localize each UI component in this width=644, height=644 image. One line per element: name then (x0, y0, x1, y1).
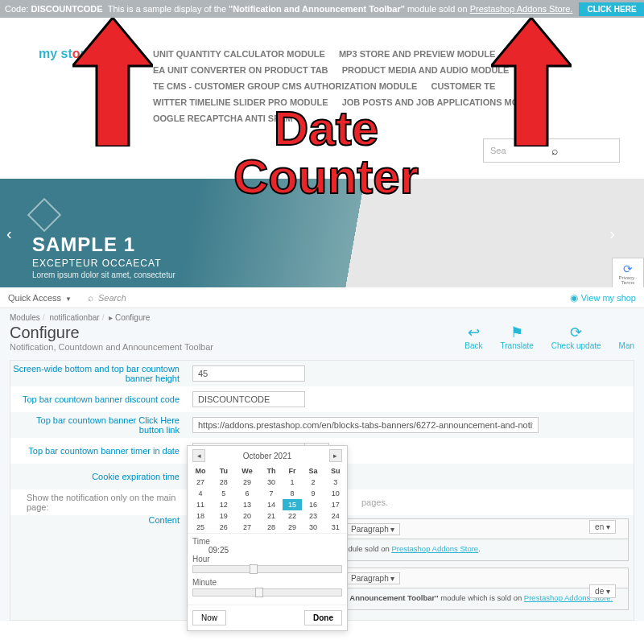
search-placeholder: Sea (490, 146, 551, 155)
para-label: Paragraph (351, 525, 389, 534)
hour-slider[interactable] (192, 565, 342, 573)
menu-item[interactable]: TE CMS - CUSTOMER GROUP CMS AUTHORIZATIO… (153, 81, 417, 91)
field-label: Top bar countown banner discount code (10, 394, 188, 404)
translate-button[interactable]: ⚑Translate (501, 324, 534, 350)
lang-label: de (595, 587, 604, 596)
datepicker-day[interactable]: 29 (234, 477, 261, 488)
discount-code-input[interactable] (192, 391, 305, 407)
done-button[interactable]: Done (304, 610, 342, 625)
datepicker-day[interactable]: 30 (260, 477, 282, 488)
menu-item[interactable]: PRODUCT MEDIA AND AUDIO MODULE (342, 65, 510, 75)
datepicker-day[interactable]: 4 (188, 488, 213, 499)
field-label: Cookie expiration time (10, 472, 188, 481)
datepicker-day[interactable]: 31 (324, 522, 347, 533)
minute-slider[interactable] (192, 588, 342, 597)
datepicker-day[interactable]: 14 (260, 499, 282, 510)
datepicker-day[interactable]: 15 (283, 499, 303, 510)
datepicker-day[interactable]: 10 (324, 488, 347, 499)
prev-month-button[interactable]: ◂ (192, 449, 205, 462)
datepicker-day[interactable]: 3 (324, 477, 347, 488)
admin-search-input[interactable]: Search (98, 293, 126, 303)
annotation-line: Date (233, 105, 419, 153)
eye-icon: ◉ (570, 292, 578, 303)
datepicker-day[interactable]: 27 (234, 522, 261, 533)
language-selector[interactable]: de ▾ (589, 584, 616, 598)
datepicker-day[interactable]: 5 (213, 488, 233, 499)
datepicker-day[interactable]: 26 (213, 522, 233, 533)
page-subtitle: Notification, Countdown and Announcement… (10, 342, 213, 352)
datepicker-day[interactable]: 17 (324, 499, 347, 510)
datepicker-day[interactable]: 2 (302, 477, 324, 488)
datepicker-day[interactable]: 21 (260, 510, 282, 522)
datepicker-day[interactable]: 19 (213, 510, 233, 522)
addons-link[interactable]: Prestashop Addons Store. (470, 4, 573, 14)
code-label: Code: (5, 4, 28, 14)
datepicker-day[interactable]: 28 (260, 522, 282, 533)
quick-access-dropdown[interactable]: Quick Access ▼ (8, 293, 72, 303)
datepicker-day[interactable]: 29 (283, 522, 303, 533)
back-icon: ↩ (468, 324, 480, 341)
datepicker-day[interactable]: 18 (188, 510, 213, 522)
datepicker-month: October 2021 (243, 452, 292, 460)
msg-prefix: This is a sample display of the (108, 4, 229, 14)
datepicker-day[interactable]: 7 (260, 488, 282, 499)
dow-header: Th (260, 465, 282, 477)
page-header: Configure Notification, Countdown and An… (0, 322, 644, 360)
qa-label: Quick Access (8, 293, 61, 303)
breadcrumb-item[interactable]: Modules (10, 313, 40, 322)
code-value: DISCOUNTCODE (31, 4, 102, 14)
manage-button[interactable]: ⚙Man (619, 324, 634, 350)
datepicker-day[interactable]: 8 (283, 488, 303, 499)
datepicker-day[interactable]: 13 (234, 499, 261, 510)
hero-next-icon[interactable]: › (609, 224, 615, 242)
next-month-button[interactable]: ▸ (329, 449, 342, 462)
dow-header: Mo (188, 465, 213, 477)
menu-item[interactable]: UNIT QUANTITY CALCULATOR MODULE (153, 49, 325, 59)
svg-marker-0 (72, 18, 153, 147)
check-update-button[interactable]: ⟳Check update (551, 324, 601, 350)
datepicker-day[interactable]: 1 (283, 477, 303, 488)
hero-lorem: Lorem ipsum dolor sit amet, consectetur (32, 270, 175, 279)
menu-item[interactable]: MP3 STORE AND PREVIEW MODULE (339, 49, 495, 59)
hero-subtitle: EXCEPTEUR OCCAECAT (32, 258, 175, 269)
svg-marker-1 (491, 18, 572, 147)
height-input[interactable] (192, 365, 305, 382)
datepicker-grid: MoTuWeThFrSaSu 2728293012345678910111213… (188, 465, 347, 533)
page-title: Configure (10, 324, 213, 342)
datepicker-day[interactable]: 20 (234, 510, 261, 522)
para-label: Paragraph (351, 574, 389, 583)
datepicker-day[interactable]: 24 (324, 510, 347, 522)
datepicker-day[interactable]: 6 (234, 488, 261, 499)
link-input[interactable] (192, 417, 539, 433)
dow-header: Sa (302, 465, 324, 477)
recaptcha-badge[interactable]: ⟳ Privacy · Terms (612, 258, 644, 290)
search-icon[interactable]: ⌕ (88, 292, 93, 303)
datepicker-day[interactable]: 12 (213, 499, 233, 510)
click-here-button[interactable]: CLICK HERE (579, 2, 644, 16)
recaptcha-icon: ⟳ (613, 262, 643, 275)
breadcrumb-item: Configure (115, 313, 150, 322)
datepicker-day[interactable]: 23 (302, 510, 324, 522)
datepicker-day[interactable]: 27 (188, 477, 213, 488)
datepicker-day[interactable]: 16 (302, 499, 324, 510)
menu-item[interactable]: CUSTOMER TE (431, 81, 495, 91)
back-button[interactable]: ↩Back (464, 324, 482, 350)
datepicker-popup: ◂ October 2021 ▸ MoTuWeThFrSaSu 27282930… (187, 445, 348, 631)
paragraph-dropdown[interactable]: Paragraph ▾ (345, 572, 400, 584)
logo-part: my (39, 47, 57, 60)
datepicker-day[interactable]: 22 (283, 510, 303, 522)
view-shop-link[interactable]: ◉View my shop (570, 292, 636, 303)
msg-bold: "Notification and Announcement Toolbar" (229, 4, 405, 14)
datepicker-day[interactable]: 11 (188, 499, 213, 510)
datepicker-day[interactable]: 9 (302, 488, 324, 499)
paragraph-dropdown[interactable]: Paragraph ▾ (345, 523, 400, 535)
hero-prev-icon[interactable]: ‹ (6, 224, 12, 242)
now-button[interactable]: Now (192, 610, 226, 625)
datepicker-day[interactable]: 25 (188, 522, 213, 533)
breadcrumb-item[interactable]: notificationbar (49, 313, 99, 322)
datepicker-day[interactable]: 28 (213, 477, 233, 488)
datepicker-day[interactable]: 30 (302, 522, 324, 533)
language-selector[interactable]: en ▾ (589, 520, 616, 534)
menu-item[interactable]: EA UNIT CONVERTER ON PRODUCT TAB (153, 65, 328, 75)
rte-link[interactable]: Prestashop Addons Store (391, 544, 478, 553)
